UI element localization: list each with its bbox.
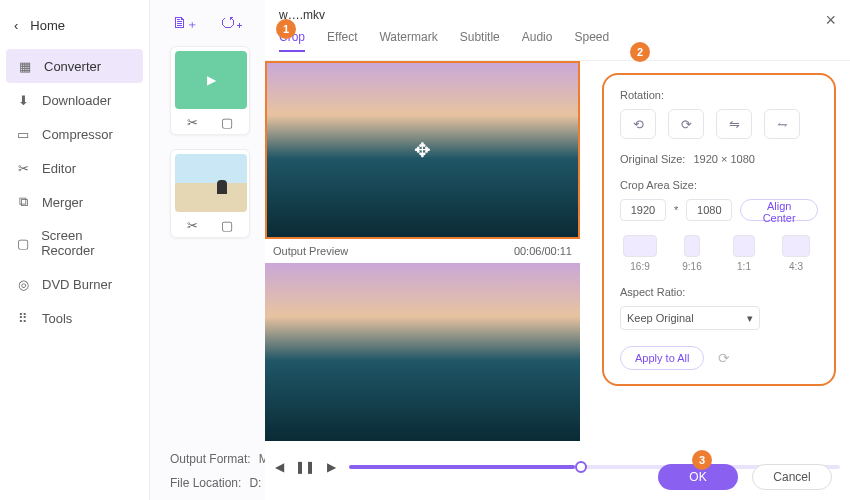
cut-icon[interactable]: ✂	[187, 115, 198, 130]
add-file-icon[interactable]: 🗎₊	[170, 10, 198, 34]
move-icon[interactable]: ✥	[414, 138, 431, 162]
cancel-button[interactable]: Cancel	[752, 464, 832, 490]
ratio-9-16[interactable]: 9:16	[672, 235, 712, 272]
file-location-label: File Location:	[170, 476, 241, 490]
crop-icon[interactable]: ▢	[221, 218, 233, 233]
rotation-label: Rotation:	[620, 89, 818, 101]
original-size-value: 1920 × 1080	[693, 153, 754, 165]
crop-icon[interactable]: ▢	[221, 115, 233, 130]
apply-to-all-button[interactable]: Apply to All	[620, 346, 704, 370]
tab-audio[interactable]: Audio	[522, 30, 553, 52]
reset-icon[interactable]: ⟳	[718, 350, 730, 366]
output-preview	[265, 263, 580, 441]
ratio-16-9[interactable]: 16:9	[620, 235, 660, 272]
source-preview[interactable]: ✥	[265, 61, 580, 239]
thumbnail	[175, 154, 247, 212]
media-card[interactable]: ▶ ✂ ▢	[170, 46, 250, 135]
dvd-icon: ◎	[14, 276, 32, 292]
cut-icon[interactable]: ✂	[187, 218, 198, 233]
ratio-1-1[interactable]: 1:1	[724, 235, 764, 272]
close-icon[interactable]: ×	[825, 10, 836, 31]
aspect-ratio-label: Aspect Ratio:	[620, 286, 818, 298]
tab-speed[interactable]: Speed	[574, 30, 609, 52]
crop-editor-modal: w….mkv × Crop Effect Watermark Subtitle …	[265, 0, 850, 500]
next-frame-icon[interactable]: ▶	[323, 459, 339, 475]
tab-subtitle[interactable]: Subtitle	[460, 30, 500, 52]
pause-icon[interactable]: ❚❚	[297, 459, 313, 475]
chevron-down-icon: ▾	[747, 312, 753, 325]
recorder-icon: ▢	[14, 235, 31, 251]
compressor-icon: ▭	[14, 126, 32, 142]
crop-controls-panel: Rotation: ⟲ ⟳ ⇋ ⥊ Original Size: 1920 × …	[602, 73, 836, 386]
crop-multiply: *	[674, 204, 678, 216]
converter-icon: ▦	[16, 58, 34, 74]
thumbnail: ▶	[175, 51, 247, 109]
sidebar-item-downloader[interactable]: ⬇ Downloader	[0, 83, 149, 117]
sidebar-item-label: Tools	[42, 311, 72, 326]
ratio-4-3[interactable]: 4:3	[776, 235, 816, 272]
sidebar-item-compressor[interactable]: ▭ Compressor	[0, 117, 149, 151]
sidebar-item-label: DVD Burner	[42, 277, 112, 292]
sidebar: ‹ Home ▦ Converter ⬇ Downloader ▭ Compre…	[0, 0, 150, 500]
prev-frame-icon[interactable]: ◀	[271, 459, 287, 475]
preview-column: ✥ Output Preview 00:06/00:11	[265, 61, 580, 451]
output-preview-label: Output Preview	[273, 245, 348, 257]
crop-height-input[interactable]	[686, 199, 732, 221]
aspect-ratio-value: Keep Original	[627, 312, 694, 324]
flip-vertical-button[interactable]: ⥊	[764, 109, 800, 139]
add-url-icon[interactable]: ⭯₊	[218, 10, 246, 34]
output-format-label: Output Format:	[170, 452, 251, 466]
editor-filename: w….mkv	[265, 0, 850, 22]
sidebar-item-editor[interactable]: ✂ Editor	[0, 151, 149, 185]
download-icon: ⬇	[14, 92, 32, 108]
sidebar-item-merger[interactable]: ⧉ Merger	[0, 185, 149, 219]
sidebar-item-label: Converter	[44, 59, 101, 74]
step-badge-1: 1	[276, 19, 296, 39]
media-card[interactable]: ✂ ▢	[170, 149, 250, 238]
editor-tabbar: Crop Effect Watermark Subtitle Audio Spe…	[265, 22, 850, 61]
sidebar-item-label: Screen Recorder	[41, 228, 135, 258]
sidebar-item-label: Merger	[42, 195, 83, 210]
preview-time: 00:06/00:11	[514, 245, 572, 257]
merger-icon: ⧉	[14, 194, 32, 210]
sidebar-item-label: Compressor	[42, 127, 113, 142]
step-badge-2: 2	[630, 42, 650, 62]
sidebar-item-label: Editor	[42, 161, 76, 176]
file-location-value[interactable]: D:	[249, 476, 261, 490]
flip-horizontal-button[interactable]: ⇋	[716, 109, 752, 139]
sidebar-item-label: Downloader	[42, 93, 111, 108]
home-link[interactable]: ‹ Home	[0, 10, 149, 41]
original-size-label: Original Size:	[620, 153, 685, 165]
sidebar-item-converter[interactable]: ▦ Converter	[6, 49, 143, 83]
step-badge-3: 3	[692, 450, 712, 470]
align-center-button[interactable]: Align Center	[740, 199, 818, 221]
home-label: Home	[30, 18, 65, 33]
crop-area-label: Crop Area Size:	[620, 179, 818, 191]
back-icon: ‹	[14, 18, 18, 33]
tab-watermark[interactable]: Watermark	[379, 30, 437, 52]
tab-effect[interactable]: Effect	[327, 30, 357, 52]
progress-knob[interactable]	[575, 461, 587, 473]
aspect-ratio-select[interactable]: Keep Original ▾	[620, 306, 760, 330]
rotate-cw-button[interactable]: ⟳	[668, 109, 704, 139]
editor-icon: ✂	[14, 160, 32, 176]
sidebar-item-tools[interactable]: ⠿ Tools	[0, 301, 149, 335]
crop-width-input[interactable]	[620, 199, 666, 221]
sidebar-item-screen-recorder[interactable]: ▢ Screen Recorder	[0, 219, 149, 267]
rotate-ccw-button[interactable]: ⟲	[620, 109, 656, 139]
tools-icon: ⠿	[14, 310, 32, 326]
sidebar-item-dvd-burner[interactable]: ◎ DVD Burner	[0, 267, 149, 301]
controls-column: Rotation: ⟲ ⟳ ⇋ ⥊ Original Size: 1920 × …	[580, 61, 850, 451]
